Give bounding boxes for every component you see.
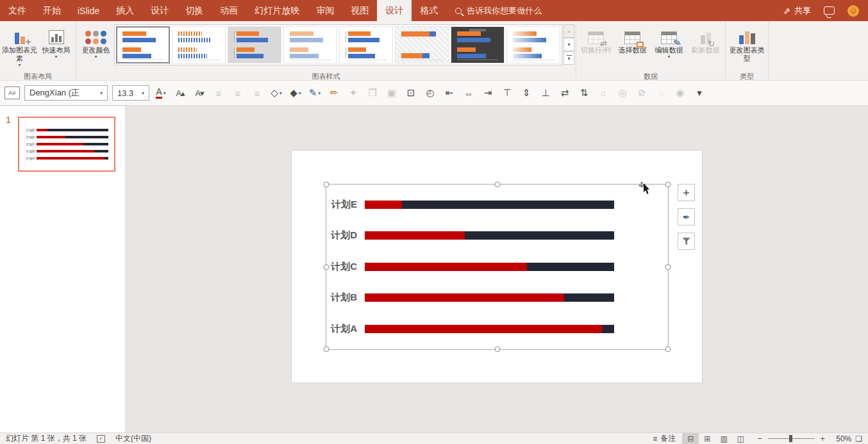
grow-font-icon[interactable]: A▴ (173, 85, 187, 101)
add-chart-element-button[interactable]: + 添加图表元素 ▾ (1, 23, 38, 70)
edit-data-button[interactable]: ✎ 编辑数据 ▾ (651, 23, 687, 70)
align-objects-left-icon[interactable]: ⇤ (442, 85, 456, 101)
bar-segment-navy-remaining[interactable] (602, 325, 614, 333)
selection-pane-icon[interactable]: ⊡ (404, 85, 418, 101)
tab-文件[interactable]: 文件 (0, 0, 35, 21)
bar-segment-red-completed[interactable] (365, 293, 564, 302)
stacked-bar (37, 143, 108, 145)
chart-style-thumbnail-4[interactable] (283, 26, 337, 63)
tab-审阅[interactable]: 审阅 (308, 0, 342, 21)
copy-icon: ❐ (365, 85, 380, 101)
account-avatar[interactable]: ☺ (847, 5, 859, 17)
bar-segment-red-completed[interactable] (365, 263, 527, 271)
distribute-horizontal-icon[interactable]: ⇄ (558, 85, 572, 101)
tab-幻灯片放映[interactable]: 幻灯片放映 (246, 0, 308, 21)
gallery-more-button[interactable]: ▾ (563, 51, 574, 65)
fill-color-icon[interactable]: ◆▾ (288, 85, 303, 101)
chart-style-thumbnail-3[interactable] (228, 26, 281, 63)
change-chart-type-button[interactable]: 更改图表类型 (727, 23, 767, 70)
distribute-vertical-icon[interactable]: ⇅ (577, 85, 591, 101)
titlebar: 文件开始iSlide插入设计切换动画幻灯片放映审阅视图设计格式 告诉我你想要做什… (0, 0, 868, 21)
type-group: 更改图表类型 类型 (726, 21, 769, 80)
chart-style-thumbnail-7[interactable] (451, 26, 505, 63)
reading-view-button[interactable]: ▥ (715, 433, 732, 444)
toolbar-overflow-icon[interactable]: ▾ (692, 85, 706, 101)
align-objects-right-icon[interactable]: ⇥ (481, 85, 495, 101)
zoom-slider[interactable] (768, 438, 814, 439)
zoom-in-button[interactable]: + (818, 434, 827, 443)
bar-segment-red-completed[interactable] (365, 231, 465, 240)
slide[interactable]: 计划E计划D计划C计划B计划A ↔↕ + ✒ (292, 151, 702, 382)
tell-me-search[interactable]: 告诉我你想要做什么 (455, 0, 542, 21)
bar-chart[interactable]: 计划E计划D计划C计划B计划A (326, 185, 668, 349)
font-size-select[interactable]: 13.3 ▾ (112, 85, 149, 101)
normal-view-button[interactable]: ⊟ (682, 433, 699, 444)
bar-segment-navy-remaining[interactable] (527, 263, 614, 271)
zoom-slider-thumb[interactable] (789, 435, 792, 442)
fit-to-window-button[interactable]: ❏ (855, 434, 862, 443)
font-panel-icon[interactable]: A≡ (4, 86, 20, 99)
chart-filters-button[interactable] (678, 233, 695, 250)
align-objects-top-icon[interactable]: ⊤ (500, 85, 514, 101)
tab-设计[interactable]: 设计 (377, 0, 412, 21)
chart-style-thumbnail-1[interactable] (116, 26, 170, 63)
align-objects-middle-icon[interactable]: ⇕ (519, 85, 533, 101)
align-objects-bottom-icon[interactable]: ⊥ (538, 85, 553, 101)
comments-icon[interactable] (824, 6, 835, 15)
tab-动画[interactable]: 动画 (212, 0, 246, 21)
bar-segment-navy-remaining[interactable] (564, 293, 614, 302)
zoom-level[interactable]: 50% (831, 434, 851, 443)
align-objects-center-icon[interactable]: ⇔ (462, 85, 476, 101)
stacked-bar (365, 231, 614, 240)
stacked-bar (37, 157, 108, 160)
slide-thumbnail-panel: 1 计划E计划D计划C计划B计划A (0, 106, 126, 432)
slide-sorter-button[interactable]: ⊞ (699, 433, 715, 444)
share-button[interactable]: ⇗ 共享 (783, 5, 811, 17)
tab-切换[interactable]: 切换 (177, 0, 212, 21)
bar-segment-navy-remaining[interactable] (402, 201, 614, 209)
tab-视图[interactable]: 视图 (342, 0, 377, 21)
language-button[interactable]: 中文(中国) (115, 433, 151, 444)
tab-插入[interactable]: 插入 (108, 0, 142, 21)
zoom-out-button[interactable]: − (755, 434, 764, 443)
tab-iSlide[interactable]: iSlide (69, 0, 108, 21)
slideshow-button[interactable]: ◫ (732, 433, 749, 444)
stacked-bar (365, 293, 614, 302)
change-colors-icon (85, 25, 106, 44)
chart-style-thumbnail-2[interactable] (172, 26, 226, 63)
select-data-button[interactable]: 选择数据 (614, 23, 651, 70)
tab-格式[interactable]: 格式 (412, 0, 446, 21)
bar-segment-red-completed[interactable] (365, 201, 402, 209)
chart-row-计划B: 计划B (326, 290, 614, 306)
align-center-icon: ≡ (231, 85, 245, 101)
chart-layout-group: + 添加图表元素 ▾ 快速布局 ▾ 图表布局 (0, 21, 76, 80)
slide-number: 1 (6, 115, 11, 125)
font-color-icon[interactable]: A▾ (154, 85, 168, 101)
quick-layout-button[interactable]: 快速布局 ▾ (38, 23, 74, 70)
tab-设计[interactable]: 设计 (142, 0, 177, 21)
animation-timing-icon[interactable]: ◴ (423, 85, 437, 101)
change-colors-button[interactable]: 更改颜色 ▾ (78, 23, 114, 70)
shrink-font-icon[interactable]: A▾ (192, 85, 206, 101)
slide-1-thumbnail[interactable]: 计划E计划D计划C计划B计划A (18, 117, 115, 172)
format-painter-icon[interactable]: ✏ (327, 85, 341, 101)
chart-style-thumbnail-8[interactable] (506, 26, 560, 63)
switch-row-column-icon: ⇄ (588, 25, 604, 44)
bar-segment-red-completed[interactable] (365, 325, 602, 333)
chart-style-thumbnail-5[interactable] (339, 26, 393, 63)
chart-styles-button[interactable]: ✒ (678, 208, 695, 226)
spellcheck-icon[interactable]: ✓ (97, 435, 105, 443)
tab-开始[interactable]: 开始 (35, 0, 69, 21)
gallery-scroll-down-button[interactable]: ▾ (563, 38, 574, 51)
notes-button[interactable]: ≡ 备注 (653, 433, 676, 444)
shape-effects-icon[interactable]: ◇▾ (269, 85, 283, 101)
outline-color-icon[interactable]: ✎▾ (308, 85, 322, 101)
bar-segment-red-completed (37, 129, 47, 131)
font-name-select[interactable]: DengXian (正 ▾ (24, 85, 108, 101)
chart-elements-button[interactable]: + (678, 184, 695, 201)
refresh-data-icon: ↻ (701, 25, 711, 44)
chart-style-thumbnail-6[interactable] (395, 26, 449, 63)
bar-segment-navy-remaining[interactable] (465, 231, 614, 240)
dropdown-caret: ▾ (18, 63, 21, 68)
font-name-value: DengXian (正 (29, 87, 79, 99)
